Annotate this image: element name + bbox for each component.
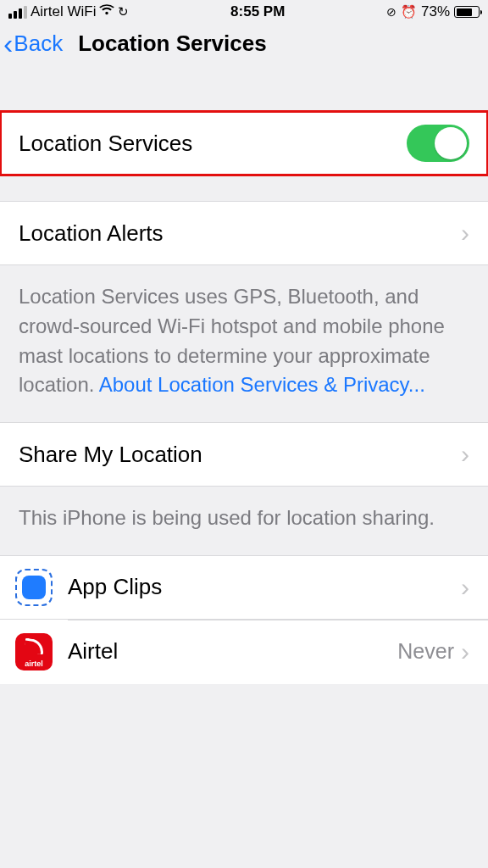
location-services-toggle[interactable] [407,125,469,162]
airtel-icon-text: airtel [25,659,43,668]
share-info-text: This iPhone is being used for location s… [19,506,435,529]
services-description: Location Services uses GPS, Bluetooth, a… [0,265,488,422]
status-left: Airtel WiFi ↻ [8,3,129,20]
chevron-right-icon: › [461,440,469,469]
location-alerts-row[interactable]: Location Alerts › [0,201,488,265]
page-title: Location Services [78,31,267,57]
share-my-location-row[interactable]: Share My Location › [0,422,488,487]
status-right: ⊘ ⏰ 73% [386,3,480,20]
chevron-right-icon: › [461,573,469,602]
location-services-row[interactable]: Location Services [0,111,488,175]
chevron-right-icon: › [461,637,469,666]
battery-icon [454,6,480,18]
clock: 8:55 PM [129,3,386,20]
airtel-value: Never [397,639,454,664]
location-services-label: Location Services [19,131,407,157]
cellular-signal-icon [8,6,27,19]
airtel-row[interactable]: airtel Airtel Never › [0,620,488,684]
app-clips-icon [15,569,53,606]
airtel-label: Airtel [68,638,397,665]
share-my-location-label: Share My Location [19,442,461,468]
airtel-icon: airtel [15,633,53,670]
app-clips-label: App Clips [68,574,461,600]
orientation-lock-icon: ⊘ [386,5,396,19]
chevron-left-icon: ‹ [3,35,13,52]
back-button[interactable]: ‹ Back [3,31,63,57]
carrier-label: Airtel WiFi [30,3,96,20]
battery-percent: 73% [421,3,450,20]
share-description: This iPhone is being used for location s… [0,487,488,555]
hotspot-icon: ↻ [118,4,129,19]
wifi-icon [99,3,114,20]
location-alerts-label: Location Alerts [19,220,461,247]
status-bar: Airtel WiFi ↻ 8:55 PM ⊘ ⏰ 73% [0,0,488,24]
about-location-privacy-link[interactable]: About Location Services & Privacy... [99,373,425,396]
alarm-icon: ⏰ [401,4,417,19]
chevron-right-icon: › [461,219,469,248]
app-clips-row[interactable]: App Clips › [0,555,488,620]
back-label: Back [14,31,63,57]
nav-header: ‹ Back Location Services [0,24,488,77]
